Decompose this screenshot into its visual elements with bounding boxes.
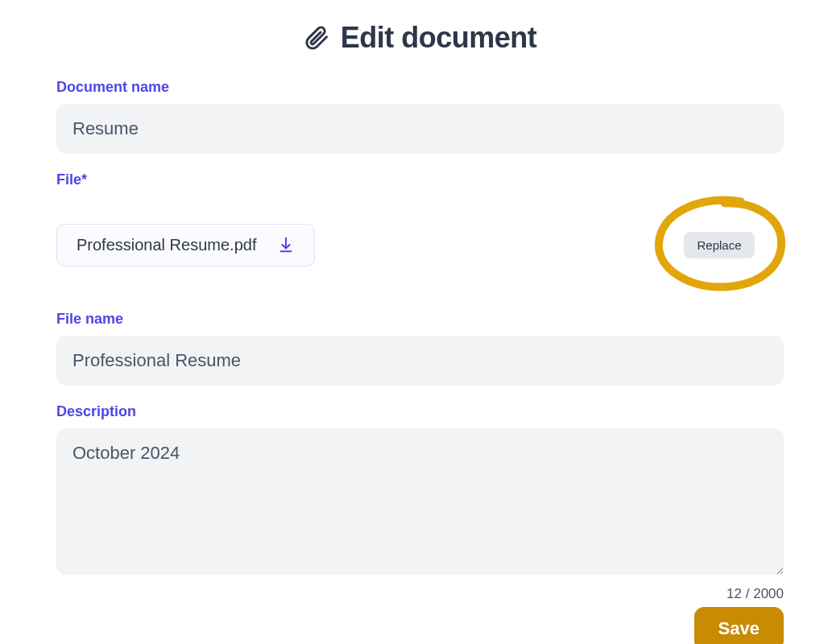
field-file-name: File name	[56, 311, 784, 386]
field-file: File* Professional Resume.pdf	[56, 171, 784, 293]
page-title: Edit document	[341, 21, 537, 55]
file-chip[interactable]: Professional Resume.pdf	[56, 224, 315, 266]
document-name-input[interactable]	[56, 104, 784, 154]
replace-button[interactable]: Replace	[684, 232, 754, 258]
form-container: Edit document Document name File* Profes…	[0, 0, 832, 644]
file-row: Professional Resume.pdf Replace	[56, 196, 784, 293]
description-textarea[interactable]	[56, 428, 784, 575]
paperclip-icon	[304, 25, 329, 51]
file-chip-name: Professional Resume.pdf	[77, 236, 256, 254]
file-name-input[interactable]	[56, 336, 784, 386]
page-title-row: Edit document	[56, 8, 784, 55]
field-document-name: Document name	[56, 79, 784, 154]
description-label: Description	[56, 403, 784, 420]
field-description: Description 12 / 2000	[56, 403, 784, 602]
document-name-label: Document name	[56, 79, 784, 96]
form-actions: Save	[56, 607, 784, 644]
description-char-count: 12 / 2000	[56, 586, 784, 602]
page-root: Edit document Document name File* Profes…	[0, 0, 832, 644]
save-button[interactable]: Save	[694, 607, 784, 644]
replace-wrap: Replace	[655, 196, 784, 293]
download-icon	[277, 236, 295, 254]
file-name-label: File name	[56, 311, 784, 328]
file-label: File*	[56, 171, 784, 188]
